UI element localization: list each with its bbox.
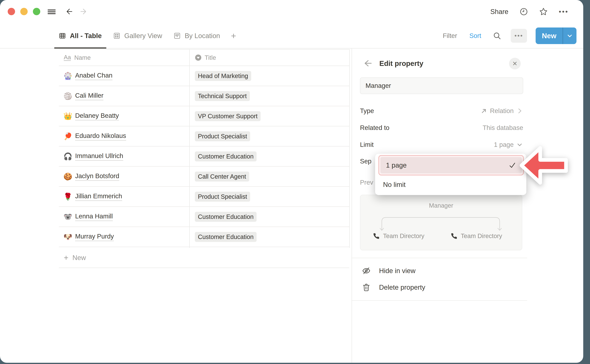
name-cell[interactable]: 🏐Cali Miller <box>59 86 189 106</box>
title-cell[interactable]: Technical Support <box>189 86 349 106</box>
preview-child-label: Team Directory <box>383 233 424 240</box>
forward-arrow-icon[interactable] <box>80 8 87 15</box>
dropdown-option-no-limit[interactable]: No limit <box>378 177 524 193</box>
page-name-link[interactable]: Jaclyn Botsford <box>75 172 119 181</box>
view-options-button[interactable]: ••• <box>511 29 527 43</box>
limit-value-button[interactable]: 1 page <box>494 141 523 148</box>
column-header-title[interactable]: Title <box>189 50 349 65</box>
page-emoji-icon: 🐶 <box>64 233 72 241</box>
close-window-button[interactable] <box>8 8 15 15</box>
tab-by-location[interactable]: By Location <box>169 23 225 48</box>
page-emoji-icon: 🎡 <box>64 72 72 80</box>
dropdown-option-1-page[interactable]: 1 page <box>378 155 524 176</box>
option-label: 1 page <box>386 162 407 169</box>
delete-property-button[interactable]: Delete property <box>362 283 425 292</box>
action-label: Delete property <box>379 284 425 291</box>
zoom-window-button[interactable] <box>33 8 40 15</box>
trash-icon <box>362 283 370 292</box>
sidebar-menu-icon[interactable] <box>48 10 56 14</box>
table-row: 🍪Jaclyn BotsfordCall Center Agent <box>59 167 349 187</box>
page-name-link[interactable]: Delaney Beatty <box>75 112 119 120</box>
new-dropdown-button[interactable] <box>563 32 577 39</box>
board-view-icon <box>174 32 181 39</box>
select-tag: Customer Education <box>195 232 256 242</box>
add-view-button[interactable]: + <box>227 23 240 48</box>
name-cell[interactable]: 🌹Jillian Emmerich <box>59 187 189 206</box>
clipped-preview-label: Prev <box>360 179 373 186</box>
related-to-value-button[interactable]: This database <box>483 124 523 131</box>
page-name-link[interactable]: Lenna Hamill <box>75 213 113 221</box>
page-name-link[interactable]: Jillian Emmerich <box>75 192 122 201</box>
new-row-button[interactable]: + New <box>59 248 349 268</box>
back-arrow-icon[interactable] <box>66 8 73 15</box>
title-cell[interactable]: VP Customer Support <box>189 106 349 126</box>
name-cell[interactable]: 🐶Murray Purdy <box>59 227 189 247</box>
title-cell[interactable]: Product Specialist <box>189 126 349 146</box>
option-label: No limit <box>383 181 406 188</box>
title-cell[interactable]: Product Specialist <box>189 187 349 206</box>
new-button[interactable]: New <box>536 27 577 44</box>
row-label: Limit <box>360 141 374 148</box>
property-row-related-to: Related to This database <box>360 122 523 134</box>
preview-child-database: Team Directory <box>451 233 502 240</box>
close-icon[interactable]: ✕ <box>509 58 521 69</box>
select-tag: VP Customer Support <box>195 111 261 121</box>
column-header-name[interactable]: Aa Name <box>59 50 189 65</box>
page-emoji-icon: 🍪 <box>64 172 72 181</box>
column-divider[interactable] <box>189 49 190 248</box>
type-value-button[interactable]: Relation <box>480 107 523 115</box>
page-name-link[interactable]: Anabel Chan <box>75 72 112 80</box>
select-tag: Call Center Agent <box>195 172 249 182</box>
select-tag: Customer Education <box>195 212 256 222</box>
table-row: 🌹Jillian EmmerichProduct Specialist <box>59 187 349 207</box>
minimize-window-button[interactable] <box>20 8 28 15</box>
new-button-label: New <box>536 32 563 40</box>
page-emoji-icon: 🏓 <box>64 132 72 140</box>
page-emoji-icon: 🐨 <box>64 213 72 221</box>
tab-gallery-view[interactable]: Gallery View <box>109 23 167 48</box>
title-cell[interactable]: Call Center Agent <box>189 167 349 186</box>
table-row: 🐨Lenna HamillCustomer Education <box>59 207 349 227</box>
title-cell[interactable]: Customer Education <box>189 147 349 166</box>
more-options-icon[interactable]: ••• <box>559 8 569 15</box>
name-cell[interactable]: 👑Delaney Beatty <box>59 106 189 126</box>
clipped-separate-row-label: Sep <box>360 158 372 165</box>
page-name-link[interactable]: Cali Miller <box>75 92 103 100</box>
title-cell[interactable]: Customer Education <box>189 227 349 247</box>
row-label: Related to <box>360 124 389 131</box>
name-cell[interactable]: 🍪Jaclyn Botsford <box>59 167 189 186</box>
tab-label: By Location <box>185 32 220 40</box>
annotation-arrow-icon <box>519 146 570 185</box>
page-emoji-icon: 👑 <box>64 112 72 120</box>
column-divider[interactable] <box>349 49 350 248</box>
updates-clock-icon[interactable] <box>519 7 528 16</box>
sort-button[interactable]: Sort <box>469 32 481 39</box>
title-cell[interactable]: Head of Marketing <box>189 66 349 86</box>
name-cell[interactable]: 🐨Lenna Hamill <box>59 207 189 227</box>
property-name-input[interactable] <box>360 78 523 94</box>
title-cell[interactable]: Customer Education <box>189 207 349 227</box>
favorite-star-icon[interactable] <box>539 7 548 16</box>
filter-button[interactable]: Filter <box>443 32 457 39</box>
table-row: 🎡Anabel ChanHead of Marketing <box>59 66 349 86</box>
name-cell[interactable]: 🎡Anabel Chan <box>59 66 189 86</box>
property-row-limit: Limit 1 page <box>360 138 523 151</box>
name-cell[interactable]: 🏓Eduardo Nikolaus <box>59 126 189 146</box>
back-icon[interactable] <box>363 59 372 68</box>
page-emoji-icon: 🎧 <box>64 152 72 161</box>
page-emoji-icon: 🌹 <box>64 192 72 201</box>
name-cell[interactable]: 🎧Immanuel Ullrich <box>59 147 189 166</box>
search-icon[interactable] <box>493 32 501 40</box>
page-name-link[interactable]: Eduardo Nikolaus <box>75 132 126 141</box>
tab-all-table[interactable]: All - Table <box>54 23 106 48</box>
panel-divider <box>352 258 527 258</box>
page-name-link[interactable]: Immanuel Ullrich <box>75 152 123 161</box>
text-property-icon: Aa <box>64 54 71 61</box>
phone-icon <box>451 233 457 240</box>
page-name-link[interactable]: Murray Purdy <box>75 233 114 241</box>
titlebar: Share ••• <box>0 0 583 23</box>
share-button[interactable]: Share <box>490 8 508 15</box>
chevron-down-icon <box>566 32 573 39</box>
hide-in-view-button[interactable]: Hide in view <box>362 267 415 275</box>
tab-label: All - Table <box>70 32 102 40</box>
